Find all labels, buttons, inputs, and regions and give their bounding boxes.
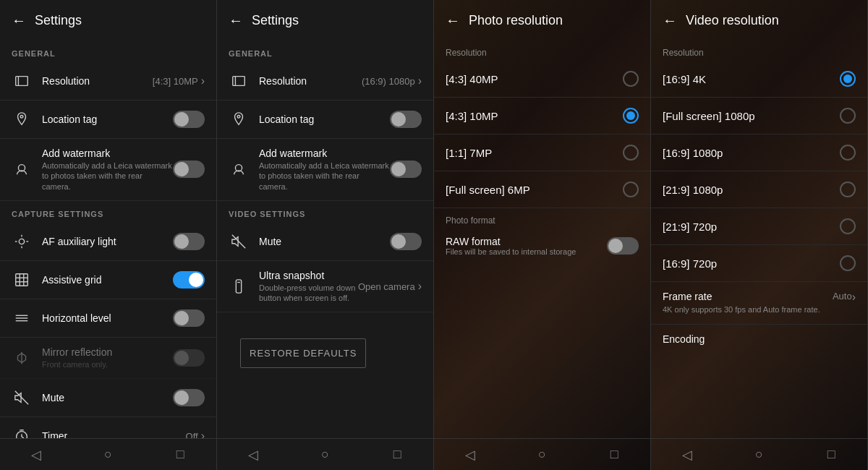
back-arrow-photo[interactable]: ←: [446, 12, 460, 29]
grid-toggle[interactable]: [173, 271, 205, 289]
restore-defaults-btn[interactable]: RESTORE DEFAULTS: [240, 338, 366, 368]
svg-point-4: [19, 239, 24, 244]
location-tag-toggle[interactable]: [173, 111, 205, 128]
af-light-toggle[interactable]: [173, 233, 205, 250]
setting-vresolution[interactable]: Resolution (16:9) 1080p ›: [217, 62, 433, 101]
vresolution-text: Resolution: [259, 75, 362, 87]
res-6mp[interactable]: [Full screen] 6MP: [434, 171, 650, 208]
res-169-1080[interactable]: [16:9] 1080p: [651, 134, 867, 171]
panel-video-res-header: ← Video resolution: [651, 0, 867, 40]
res-fs-1080-label: [Full screen] 1080p: [663, 110, 840, 122]
nav-home-4[interactable]: ○: [746, 447, 772, 462]
setting-vwatermark[interactable]: Add watermark Automatically add a Leica …: [217, 139, 433, 201]
res-6mp-radio[interactable]: [623, 181, 639, 197]
nav-recents-4[interactable]: □: [818, 447, 844, 462]
h-level-toggle[interactable]: [173, 309, 205, 327]
res-219-720-label: [21:9] 720p: [663, 221, 840, 233]
setting-resolution[interactable]: Resolution [4:3] 10MP ›: [0, 62, 216, 101]
vmute-name: Mute: [259, 236, 390, 247]
panel-general-title: Settings: [35, 13, 82, 28]
vresolution-name: Resolution: [259, 75, 362, 87]
vmute-toggle[interactable]: [390, 233, 422, 250]
watermark-text: Add watermark Automatically add a Leica …: [42, 148, 173, 192]
resolution-chevron: ›: [201, 74, 205, 87]
mute-toggle[interactable]: [173, 389, 205, 406]
svg-rect-0: [16, 77, 28, 86]
setting-timer[interactable]: Timer Off ›: [0, 417, 216, 438]
location-icon: [12, 109, 32, 129]
setting-af-light[interactable]: AF auxiliary light: [0, 223, 216, 261]
vlocation-text: Location tag: [259, 114, 390, 125]
res-169-720[interactable]: [16:9] 720p: [651, 245, 867, 282]
res-7mp[interactable]: [1:1] 7MP: [434, 134, 650, 171]
raw-format-toggle[interactable]: [607, 237, 639, 255]
setting-watermark[interactable]: Add watermark Automatically add a Leica …: [0, 139, 216, 201]
af-light-name: AF auxiliary light: [42, 236, 173, 247]
res-4k-radio[interactable]: [840, 71, 856, 87]
watermark-desc: Automatically add a Leica watermark to p…: [42, 161, 173, 192]
raw-format-row[interactable]: RAW format Files will be saved to intern…: [434, 228, 650, 263]
nav-home-2[interactable]: ○: [312, 447, 338, 462]
setting-h-level[interactable]: Horizontal level: [0, 299, 216, 338]
panel-video-content: GENERAL Resolution (16:9) 1080p › Locati…: [217, 40, 433, 438]
vsnapshot-desc: Double-press volume down button when scr…: [259, 283, 358, 304]
setting-mute[interactable]: Mute: [0, 379, 216, 417]
vlocation-toggle[interactable]: [390, 111, 422, 128]
watermark-toggle[interactable]: [173, 161, 205, 178]
res-10mp[interactable]: [4:3] 10MP: [434, 98, 650, 134]
h-level-name: Horizontal level: [42, 312, 173, 324]
mute-text: Mute: [42, 392, 173, 403]
res-4k[interactable]: [16:9] 4K: [651, 61, 867, 98]
setting-location-tag[interactable]: Location tag: [0, 101, 216, 139]
nav-recents-1[interactable]: □: [167, 447, 193, 462]
frame-rate-text: Frame rate 4K only supports 30 fps and A…: [663, 291, 833, 315]
setting-vlocation[interactable]: Location tag: [217, 101, 433, 139]
res-219-720[interactable]: [21:9] 720p: [651, 208, 867, 245]
res-10mp-radio[interactable]: [623, 108, 639, 124]
res-40mp-radio[interactable]: [623, 71, 639, 87]
res-219-1080-radio[interactable]: [840, 181, 856, 197]
nav-back-3[interactable]: ◁: [457, 447, 483, 463]
timer-icon: [12, 426, 32, 438]
section-label-vgeneral: GENERAL: [217, 40, 433, 62]
resolution-value: [4:3] 10MP: [153, 76, 198, 87]
back-arrow-general[interactable]: ←: [12, 12, 26, 29]
nav-recents-3[interactable]: □: [601, 447, 627, 462]
nav-back-4[interactable]: ◁: [674, 447, 700, 463]
vresolution-icon: [229, 71, 249, 91]
nav-recents-2[interactable]: □: [384, 447, 410, 462]
res-fs-1080-radio[interactable]: [840, 108, 856, 124]
res-169-1080-radio[interactable]: [840, 145, 856, 161]
photo-format-label: Photo format: [434, 208, 650, 228]
panel-general-header: ← Settings: [0, 0, 216, 40]
res-219-720-radio[interactable]: [840, 218, 856, 234]
res-40mp[interactable]: [4:3] 40MP: [434, 61, 650, 98]
nav-home-3[interactable]: ○: [529, 447, 555, 462]
res-fs-1080[interactable]: [Full screen] 1080p: [651, 98, 867, 134]
vsnapshot-text: Ultra snapshot Double-press volume down …: [259, 270, 358, 304]
setting-vmute[interactable]: Mute: [217, 223, 433, 261]
setting-grid[interactable]: Assistive grid: [0, 261, 216, 299]
h-level-text: Horizontal level: [42, 312, 173, 324]
bottom-nav-4: ◁ ○ □: [651, 438, 867, 470]
res-219-1080[interactable]: [21:9] 1080p: [651, 171, 867, 208]
setting-vsnapshot[interactable]: Ultra snapshot Double-press volume down …: [217, 261, 433, 313]
watermark-name: Add watermark: [42, 148, 173, 159]
svg-rect-9: [16, 274, 28, 286]
nav-home-1[interactable]: ○: [95, 447, 121, 462]
resolution-name: Resolution: [42, 75, 153, 87]
frame-rate-row[interactable]: Frame rate 4K only supports 30 fps and A…: [651, 282, 867, 325]
nav-back-1[interactable]: ◁: [23, 447, 49, 463]
frame-rate-value: Auto: [833, 291, 852, 302]
res-7mp-radio[interactable]: [623, 145, 639, 161]
raw-format-text: RAW format Files will be saved to intern…: [446, 236, 607, 256]
vlocation-name: Location tag: [259, 114, 390, 125]
panel-video-overlay: ← Video resolution Resolution [16:9] 4K …: [651, 0, 867, 470]
panel-photo-content: Resolution [4:3] 40MP [4:3] 10MP [1:1] 7…: [434, 40, 650, 438]
grid-name: Assistive grid: [42, 274, 173, 286]
back-arrow-video-res[interactable]: ←: [663, 12, 677, 29]
nav-back-2[interactable]: ◁: [240, 447, 266, 463]
vwatermark-toggle[interactable]: [390, 161, 422, 178]
res-169-720-radio[interactable]: [840, 255, 856, 271]
back-arrow-video[interactable]: ←: [229, 12, 243, 29]
